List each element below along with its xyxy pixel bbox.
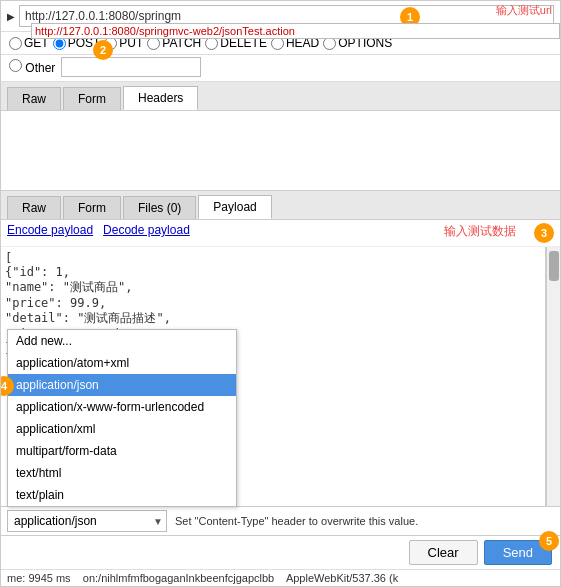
- tab2-raw[interactable]: Raw: [7, 196, 61, 219]
- tab2-form[interactable]: Form: [63, 196, 121, 219]
- send-button[interactable]: Send 5: [484, 540, 552, 565]
- dropdown-item-atom[interactable]: application/atom+xml: [8, 352, 236, 374]
- badge-4: 4: [1, 376, 14, 396]
- tabs1-row: Raw Form Headers: [1, 82, 560, 111]
- scroll-thumb: [549, 251, 559, 281]
- tab-headers[interactable]: Headers: [123, 86, 198, 110]
- dropdown-item-plain[interactable]: text/plain: [8, 484, 236, 506]
- url-hint-label: 输入测试url: [496, 3, 552, 18]
- tab2-payload[interactable]: Payload: [198, 195, 271, 219]
- dropdown-item-html[interactable]: text/html: [8, 462, 236, 484]
- tabs2-row: Raw Form Files (0) Payload: [1, 191, 560, 220]
- payload-link-row: Encode payload Decode payload 输入测试数据 3: [1, 220, 560, 247]
- content-type-select-wrapper: application/json ▼: [7, 510, 167, 532]
- status-cookie: on:/nihlmfmfbogaganInkbeenfcjgapclbb: [83, 572, 274, 584]
- content-type-dropdown[interactable]: Add new... application/atom+xml applicat…: [7, 329, 237, 507]
- other-row: Other: [1, 55, 560, 82]
- send-row: Clear Send 5: [1, 535, 560, 569]
- tab-form[interactable]: Form: [63, 87, 121, 110]
- url-arrow-icon: ▶: [7, 11, 15, 22]
- status-time: me: 9945 ms: [7, 572, 71, 584]
- tab-raw[interactable]: Raw: [7, 87, 61, 110]
- url-autocomplete[interactable]: http://127.0.0.1:8080/springmvc-web2/jso…: [31, 23, 560, 39]
- badge-2: 2: [93, 40, 113, 60]
- content-type-select[interactable]: application/json: [7, 510, 167, 532]
- status-agent: AppleWebKit/537.36 (k: [286, 572, 398, 584]
- dropdown-item-urlencoded[interactable]: application/x-www-form-urlencoded: [8, 396, 236, 418]
- payload-hint: 输入测试数据: [444, 223, 516, 243]
- scrollbar[interactable]: [546, 247, 560, 506]
- badge-5: 5: [539, 531, 559, 551]
- headers-area: [1, 111, 560, 191]
- clear-button[interactable]: Clear: [409, 540, 478, 565]
- dropdown-item-add-new[interactable]: Add new...: [8, 330, 236, 352]
- badge-3: 3: [534, 223, 554, 243]
- decode-payload-link[interactable]: Decode payload: [103, 223, 190, 243]
- method-section: GET POST PUT PATCH DELETE HEAD: [1, 32, 560, 82]
- url-bar: ▶ 输入测试url http://127.0.0.1:8080/springmv…: [1, 1, 560, 32]
- tab2-files[interactable]: Files (0): [123, 196, 196, 219]
- content-type-row: Add new... application/atom+xml applicat…: [1, 506, 560, 535]
- encode-payload-link[interactable]: Encode payload: [7, 223, 93, 243]
- method-other[interactable]: Other: [9, 59, 55, 75]
- main-container: ▶ 输入测试url http://127.0.0.1:8080/springmv…: [0, 0, 561, 587]
- dropdown-item-xml[interactable]: application/xml: [8, 418, 236, 440]
- content-type-hint: Set "Content-Type" header to overwrite t…: [175, 515, 554, 527]
- dropdown-item-multipart[interactable]: multipart/form-data: [8, 440, 236, 462]
- other-input[interactable]: [61, 57, 201, 77]
- dropdown-item-json[interactable]: application/json 4: [8, 374, 236, 396]
- bottom-section: Raw Form Files (0) Payload Encode payloa…: [1, 191, 560, 586]
- status-bar: me: 9945 ms on:/nihlmfmfbogaganInkbeenfc…: [1, 569, 560, 586]
